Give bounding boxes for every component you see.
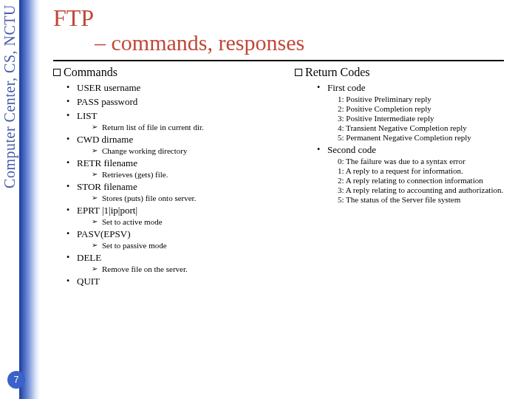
list-item: LIST Return list of file in current dir.	[66, 110, 284, 132]
command-text: EPRT |1|ip|port|	[77, 205, 137, 216]
list-item: PASV(EPSV) Set to passive mode	[66, 228, 284, 250]
code-item: 2: Positive Completion reply	[338, 104, 526, 113]
slide-content: FTP – commands, responses Commands USER …	[53, 4, 526, 395]
list-item: DELE Remove file on the server.	[66, 252, 284, 273]
command-text: PASS password	[77, 96, 137, 107]
sub-item: Stores (puts) file onto server.	[92, 194, 284, 202]
sub-item: Change working directory	[92, 146, 284, 155]
title-main: FTP	[53, 4, 526, 32]
sub-item: Retrieves (gets) file.	[92, 170, 284, 179]
code-list: 0: The failure was due to a syntax error…	[327, 157, 526, 204]
return-codes-list: First code 1: Positive Preliminary reply…	[295, 82, 526, 204]
commands-heading: Commands	[53, 66, 284, 79]
code-item: 3: Positive Intermediate reply	[338, 114, 526, 123]
title-sub: – commands, responses	[95, 30, 526, 55]
command-text: LIST	[77, 110, 97, 121]
list-item: RETR filename Retrieves (gets) file.	[66, 157, 284, 179]
sub-item: Return list of file in current dir.	[92, 123, 284, 132]
code-item: 2: A reply relating to connection inform…	[338, 176, 526, 185]
list-item: STOR filename Stores (puts) file onto se…	[66, 181, 284, 202]
command-text: CWD dirname	[77, 134, 133, 145]
command-text: RETR filename	[77, 157, 137, 168]
code-item: 5: Permanent Negative Completion reply	[338, 133, 526, 142]
side-gradient	[19, 0, 40, 399]
command-text: DELE	[77, 252, 101, 263]
code-group-label: Second code	[327, 144, 376, 155]
list-item: QUIT	[66, 276, 284, 287]
code-item: 0: The failure was due to a syntax error	[338, 157, 526, 166]
list-item: CWD dirname Change working directory	[66, 134, 284, 155]
list-item: First code 1: Positive Preliminary reply…	[317, 82, 526, 142]
commands-heading-text: Commands	[64, 66, 117, 78]
return-codes-heading: Return Codes	[295, 66, 526, 79]
return-codes-heading-text: Return Codes	[305, 66, 370, 78]
list-item: PASS password	[66, 96, 284, 108]
code-item: 1: A reply to a request for information.	[338, 166, 526, 175]
command-text: STOR filename	[77, 181, 137, 192]
commands-column: Commands USER username PASS password LIS…	[53, 66, 284, 290]
list-item: EPRT |1|ip|port| Set to active mode	[66, 205, 284, 226]
code-item: 5: The status of the Server file system	[338, 195, 526, 204]
side-label: Computer Center, CS, NCTU	[1, 4, 18, 188]
sub-item: Set to active mode	[92, 217, 284, 226]
command-text: PASV(EPSV)	[77, 228, 131, 239]
code-list: 1: Positive Preliminary reply 2: Positiv…	[327, 95, 526, 142]
code-item: 1: Positive Preliminary reply	[338, 95, 526, 103]
return-codes-column: Return Codes First code 1: Positive Prel…	[295, 66, 526, 290]
list-item: USER username	[66, 82, 284, 94]
bullet-square-icon	[295, 69, 302, 76]
list-item: Second code 0: The failure was due to a …	[317, 144, 526, 204]
command-text: USER username	[77, 82, 140, 93]
code-item: 3: A reply relating to accounting and au…	[338, 185, 526, 194]
code-group-label: First code	[327, 82, 366, 93]
divider	[53, 60, 504, 61]
sub-item: Set to passive mode	[92, 241, 284, 250]
bullet-square-icon	[53, 69, 61, 76]
command-text: QUIT	[77, 276, 100, 287]
page-number: 7	[7, 371, 25, 389]
code-item: 4: Transient Negative Completion reply	[338, 123, 526, 132]
commands-list: USER username PASS password LIST Return …	[53, 82, 284, 287]
sub-item: Remove file on the server.	[92, 265, 284, 273]
